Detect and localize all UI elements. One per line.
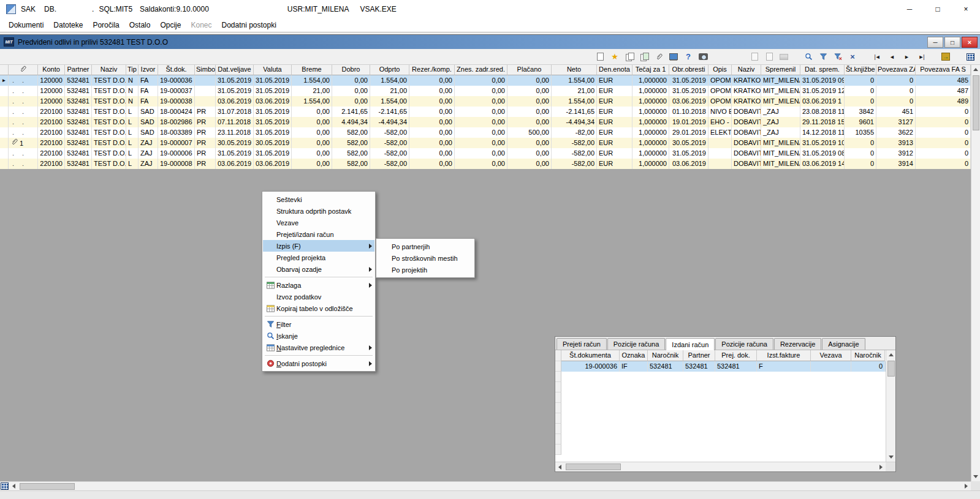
grid-properties-button[interactable]: [0, 482, 9, 491]
panel-column-header-oznaka-1[interactable]: Oznaka: [620, 350, 648, 361]
vertical-scroll-thumb[interactable]: [973, 75, 979, 130]
main-horizontal-scrollbar[interactable]: [0, 481, 971, 490]
column-header-spremenil-21[interactable]: Spremenil: [761, 65, 800, 75]
next-record-icon[interactable]: ►: [900, 51, 913, 63]
table-row-2[interactable]: . .120000532481TEST D.O.ONFA19-00003731.…: [0, 86, 971, 96]
attachment-column-header[interactable]: [9, 65, 38, 75]
context-menu-item-filter[interactable]: Filter: [263, 318, 374, 330]
close-x-icon[interactable]: ×: [846, 51, 859, 63]
last-record-icon[interactable]: ►|: [914, 51, 928, 63]
menubar-item-datoteke[interactable]: Datoteke: [48, 18, 88, 32]
context-menu-item-prejeti-izdani-ra-un[interactable]: Prejeti/izdani račun: [263, 228, 374, 240]
column-header-t-dok-5[interactable]: Št.dok.: [158, 65, 195, 75]
duplicate-icon[interactable]: [637, 51, 651, 63]
context-menu-item-izvoz-podatkov[interactable]: Izvoz podatkov: [263, 291, 374, 302]
help-icon[interactable]: ?: [682, 51, 695, 63]
panel-tab-0-prejeti-ra-un[interactable]: Prejeti račun: [556, 338, 607, 350]
panel-tab-5-asignacije[interactable]: Asignacije: [822, 338, 865, 350]
mdi-close-button[interactable]: ×: [962, 37, 978, 48]
panel-column-header-naro-nik-7[interactable]: Naročnik: [851, 350, 885, 361]
first-record-icon[interactable]: |◄: [870, 51, 884, 63]
column-header-konto-0[interactable]: Konto: [38, 65, 65, 75]
previous-record-icon[interactable]: ◄: [885, 51, 898, 63]
panel-tab-3-pozicije-ra-una[interactable]: Pozicije računa: [715, 338, 773, 350]
horizontal-scroll-thumb[interactable]: [20, 483, 75, 490]
panel-vertical-scroll-thumb[interactable]: [887, 361, 895, 377]
new-document-icon[interactable]: [593, 51, 607, 63]
panel-column-header-prej-dok-4[interactable]: Prej. dok.: [715, 350, 757, 361]
panel-horizontal-scroll-thumb[interactable]: [566, 463, 621, 470]
table-row-5[interactable]: . .220100532481TEST D.O.OLSAD18-002986PR…: [0, 117, 971, 127]
column-header-dobro-10[interactable]: Dobro: [332, 65, 370, 75]
scroll-right-button[interactable]: [962, 482, 971, 491]
panel-horizontal-scrollbar[interactable]: [555, 462, 886, 471]
context-menu-item-struktura-odprtih-postavk[interactable]: Struktura odprtih postavk: [263, 205, 374, 217]
minimize-button[interactable]: ─: [895, 0, 924, 18]
context-menu-item-iskanje[interactable]: Iskanje: [263, 330, 374, 342]
mdi-titlebar[interactable]: MIT Predvideni odlivi in prilivi 532481 …: [0, 34, 980, 49]
panel-scroll-up-button[interactable]: [886, 350, 895, 359]
context-menu-item-obarvaj-ozadje[interactable]: Obarvaj ozadje: [263, 263, 374, 275]
column-header-partner-1[interactable]: Partner: [65, 65, 92, 75]
column-header-obr-obresti-18[interactable]: Obr.obresti: [669, 65, 708, 75]
panel-column-header-t-dokumenta-0[interactable]: Št.dokumenta: [561, 350, 620, 361]
grid-menu-icon[interactable]: [963, 51, 977, 63]
panel-column-header-izst-fakture-5[interactable]: Izst.fakture: [757, 350, 811, 361]
maximize-button[interactable]: □: [924, 0, 952, 18]
column-header-povezava-fa-s-25[interactable]: Povezava FA S: [916, 65, 971, 75]
panel-vertical-scrollbar[interactable]: [886, 350, 895, 462]
camera-icon[interactable]: [696, 51, 710, 63]
panel-tab-1-pozicije-ra-una[interactable]: Pozicije računa: [607, 338, 666, 350]
search-icon[interactable]: [802, 51, 815, 63]
mdi-minimize-button[interactable]: ─: [927, 37, 943, 48]
menubar-item-dodatni-postopki[interactable]: Dodatni postopki: [216, 18, 281, 32]
panel-tab-2-izdani-ra-un[interactable]: Izdani račun: [666, 338, 715, 350]
mdi-restore-button[interactable]: □: [944, 37, 960, 48]
table-row-7[interactable]: 1220100532481TEST D.O.OLZAJ19-000007PR30…: [0, 138, 971, 148]
table-row-4[interactable]: . .220100532481TEST D.O.OLSAD18-000424PR…: [0, 107, 971, 117]
column-header-pla-ano-14[interactable]: Plačano: [507, 65, 552, 75]
panel-scroll-left-button[interactable]: [555, 462, 564, 471]
column-header-naziv-2[interactable]: Naziv: [92, 65, 126, 75]
table-row-6[interactable]: . .220100532481TEST D.O.OLSAD18-003389PR…: [0, 127, 971, 138]
column-header-te-aj-za-1-17[interactable]: Tečaj za 1: [632, 65, 669, 75]
attachment-icon[interactable]: [652, 51, 666, 63]
menubar-item-ostalo[interactable]: Ostalo: [124, 18, 156, 32]
close-button[interactable]: ×: [952, 0, 980, 18]
column-header-izvor-4[interactable]: Izvor: [139, 65, 158, 75]
column-header-odprto-11[interactable]: Odprto: [370, 65, 409, 75]
column-header-rezer-komp-12[interactable]: Rezer./komp.: [409, 65, 455, 75]
column-header-den-enota-16[interactable]: Den.enota: [597, 65, 632, 75]
monitor-icon[interactable]: [667, 51, 680, 63]
table-row-1[interactable]: ►. .120000532481TEST D.O.ONFA19-00003631…: [0, 75, 971, 86]
menubar-item-poro-ila[interactable]: Poročila: [88, 18, 124, 32]
menubar-item-dokumenti[interactable]: Dokumenti: [4, 18, 48, 32]
main-vertical-scrollbar[interactable]: [971, 65, 980, 481]
scroll-left-button[interactable]: [9, 482, 18, 491]
filter-icon[interactable]: [816, 51, 830, 63]
menubar-item-opcije[interactable]: Opcije: [155, 18, 186, 32]
filter-clear-icon[interactable]: [831, 51, 845, 63]
table-row-8[interactable]: . .220100532481TEST D.O.OLZAJ19-000006PR…: [0, 148, 971, 159]
panel-scroll-right-button[interactable]: [876, 462, 886, 471]
column-header-dat-veljave-7[interactable]: Dat.veljave: [216, 65, 254, 75]
context-menu-item-kopiraj-tabelo-v-odlo-i-e[interactable]: Kopiraj tabelo v odložišče: [263, 302, 374, 314]
panel-column-header-partner-3[interactable]: Partner: [683, 350, 715, 361]
titlebar[interactable]: SAK DB. . SQL:MIT5 Saldakonti:9.10.0000 …: [0, 0, 980, 18]
context-menu-item-pregled-projekta[interactable]: Pregled projekta: [263, 252, 374, 263]
context-menu-item-vezave[interactable]: Vezave: [263, 217, 374, 228]
table-row-3[interactable]: . .120000532481TEST D.O.ONFA19-00003803.…: [0, 96, 971, 107]
context-menu-item-razlaga[interactable]: Razlaga: [263, 279, 374, 291]
scroll-down-button[interactable]: [971, 472, 980, 481]
context-menu-item-nastavitve-preglednice[interactable]: Nastavitve preglednice: [263, 342, 374, 353]
column-header-neto-15[interactable]: Neto: [552, 65, 597, 75]
scroll-up-button[interactable]: [971, 65, 980, 74]
submenu-item-po-stro-kovnih-mestih[interactable]: Po stroškovnih mestih: [377, 252, 474, 264]
panel-column-header-vezava-6[interactable]: Vezava: [811, 350, 851, 361]
submenu-item-po-projektih[interactable]: Po projektih: [377, 264, 474, 276]
panel-tab-4-rezervacije[interactable]: Rezervacije: [774, 338, 821, 350]
favorites-icon[interactable]: ★: [608, 51, 621, 63]
column-header-naziv-20[interactable]: Naziv: [732, 65, 761, 75]
context-menu-item-se-tevki[interactable]: Seštevki: [263, 193, 374, 205]
panel-column-header-naro-nik-2[interactable]: Naročnik: [648, 350, 683, 361]
